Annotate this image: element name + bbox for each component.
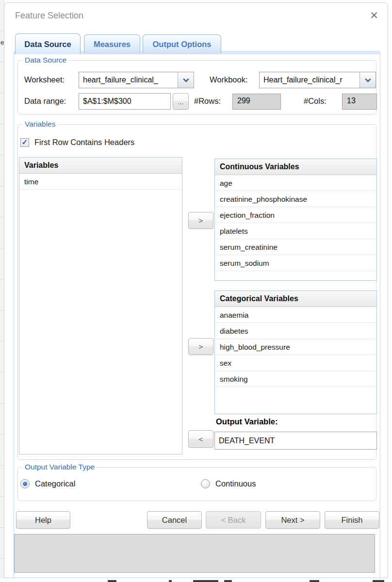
background-cell-fragment: [193, 580, 218, 582]
feature-selection-dialog: Feature Selection ✕ Data Source Measures…: [4, 2, 388, 578]
categorical-variables-header: Categorical Variables: [215, 291, 376, 307]
radio-label-continuous: Continuous: [215, 479, 256, 488]
radio-label-categorical: Categorical: [35, 479, 75, 488]
cols-count-field: 13: [342, 94, 377, 110]
cols-label: #Cols:: [304, 97, 327, 106]
finish-button[interactable]: Finish: [325, 511, 379, 529]
output-type-option-categorical[interactable]: Categorical: [20, 479, 75, 488]
first-row-headers-label: First Row Contains Headers: [34, 138, 134, 147]
back-button[interactable]: < Back: [206, 511, 261, 529]
data-range-label: Data range:: [24, 97, 66, 106]
list-item[interactable]: platelets: [215, 223, 376, 239]
rows-count-field: 299: [232, 94, 281, 110]
help-button[interactable]: Help: [16, 511, 70, 529]
output-type-legend: Output Variable Type: [22, 463, 97, 471]
close-icon[interactable]: ✕: [367, 9, 381, 22]
browse-range-button[interactable]: ...: [173, 93, 189, 110]
background-cell-fragment: [108, 580, 116, 582]
available-variables-header: Variables: [19, 158, 182, 174]
checkmark-icon: ✓: [22, 138, 28, 146]
background-cell-fragment: [373, 580, 384, 582]
list-item[interactable]: anaemia: [215, 307, 376, 323]
output-type-radio[interactable]: [20, 479, 30, 488]
move-to-output-button[interactable]: <: [188, 430, 213, 448]
categorical-variables-items: anaemiadiabeteshigh_blood_pressuresexsmo…: [215, 307, 376, 387]
list-item[interactable]: smoking: [215, 371, 376, 387]
workbook-label: Workbook:: [210, 75, 248, 84]
chevron-down-icon: [365, 76, 371, 82]
continuous-variables-list[interactable]: Continuous Variables agecreatinine_phosp…: [214, 159, 377, 281]
data-range-input[interactable]: [79, 93, 171, 110]
list-item[interactable]: age: [215, 175, 376, 191]
output-variable-input[interactable]: [214, 432, 377, 450]
next-button[interactable]: Next >: [265, 511, 320, 529]
worksheet-label: Worksheet:: [24, 75, 65, 84]
worksheet-dropdown[interactable]: heart_failure_clinical_: [79, 72, 194, 88]
tab-data-source[interactable]: Data Source: [15, 33, 81, 54]
tab-measures[interactable]: Measures: [84, 34, 140, 53]
output-type-option-continuous[interactable]: Continuous: [201, 479, 256, 488]
output-type-radio[interactable]: [201, 479, 210, 488]
list-item[interactable]: serum_creatinine: [215, 239, 376, 255]
variables-legend: Variables: [22, 120, 58, 129]
background-cell-fragment: [169, 580, 172, 582]
list-item[interactable]: serum_sodium: [215, 255, 376, 271]
workbook-dropdown-value: Heart_failure_clinical_r: [260, 72, 359, 88]
list-item[interactable]: time: [19, 174, 182, 190]
output-variable-label: Output Variable:: [216, 417, 278, 426]
list-item[interactable]: high_blood_pressure: [215, 339, 376, 355]
data-source-group: Data Source Worksheet: heart_failure_cli…: [17, 60, 376, 114]
worksheet-dropdown-value: heart_failure_clinical_: [79, 72, 178, 88]
background-spreadsheet-bottom: [0, 579, 392, 582]
list-item[interactable]: creatinine_phosphokinase: [215, 191, 376, 207]
list-item[interactable]: diabetes: [215, 323, 376, 339]
list-item[interactable]: sex: [215, 355, 376, 371]
data-source-legend: Data Source: [22, 56, 69, 65]
categorical-variables-list[interactable]: Categorical Variables anaemiadiabeteshig…: [214, 291, 377, 414]
available-variables-list[interactable]: Variables time: [19, 157, 182, 454]
tab-output-options[interactable]: Output Options: [143, 34, 221, 53]
rows-label: #Rows:: [194, 97, 221, 106]
dialog-title: Feature Selection: [15, 11, 83, 21]
output-type-group: Output Variable Type Categorical Continu…: [17, 467, 376, 501]
list-item[interactable]: ejection_fraction: [215, 207, 376, 223]
status-message-area: [14, 534, 375, 573]
available-variables-items: time: [19, 174, 182, 190]
continuous-variables-items: agecreatinine_phosphokinaseejection_frac…: [215, 175, 376, 271]
workbook-dropdown-button[interactable]: [359, 72, 376, 88]
variables-group: Variables ✓ First Row Contains Headers V…: [17, 124, 376, 460]
worksheet-dropdown-button[interactable]: [178, 72, 194, 88]
cancel-button[interactable]: Cancel: [147, 511, 202, 529]
background-cell-fragment: [310, 580, 319, 582]
workbook-dropdown[interactable]: Heart_failure_clinical_r: [259, 72, 376, 88]
move-to-categorical-button[interactable]: >: [188, 338, 213, 355]
first-row-headers-option[interactable]: ✓ First Row Contains Headers: [20, 138, 134, 147]
move-to-continuous-button[interactable]: >: [188, 212, 213, 229]
continuous-variables-header: Continuous Variables: [215, 159, 376, 175]
background-cell-fragment: [224, 580, 232, 582]
chevron-down-icon: [183, 76, 189, 82]
first-row-headers-checkbox[interactable]: ✓: [20, 138, 29, 147]
